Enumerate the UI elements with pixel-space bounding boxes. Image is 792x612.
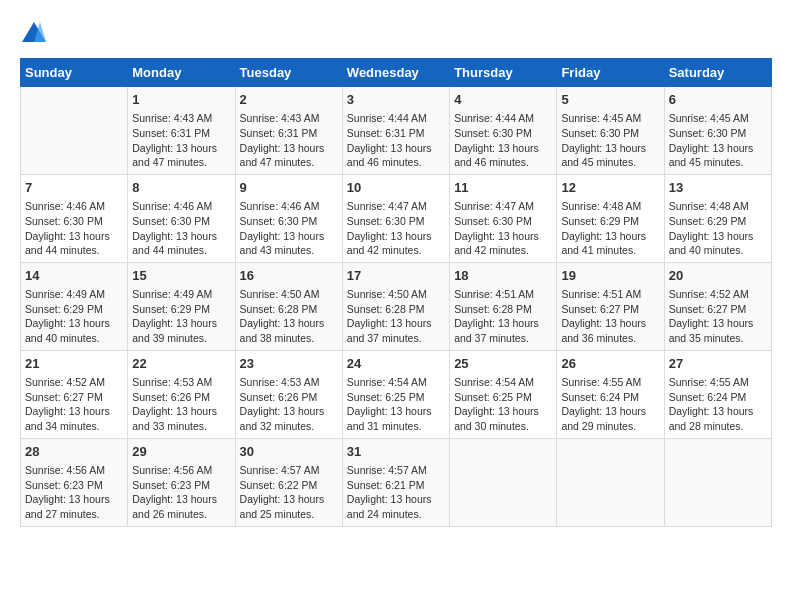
day-number: 9 xyxy=(240,179,338,197)
day-number: 12 xyxy=(561,179,659,197)
day-info: Sunrise: 4:43 AM Sunset: 6:31 PM Dayligh… xyxy=(132,111,230,170)
calendar-cell: 28Sunrise: 4:56 AM Sunset: 6:23 PM Dayli… xyxy=(21,438,128,526)
header-tuesday: Tuesday xyxy=(235,59,342,87)
day-number: 17 xyxy=(347,267,445,285)
day-info: Sunrise: 4:44 AM Sunset: 6:31 PM Dayligh… xyxy=(347,111,445,170)
week-row-1: 1Sunrise: 4:43 AM Sunset: 6:31 PM Daylig… xyxy=(21,87,772,175)
day-info: Sunrise: 4:52 AM Sunset: 6:27 PM Dayligh… xyxy=(25,375,123,434)
logo xyxy=(20,20,52,48)
calendar-cell: 23Sunrise: 4:53 AM Sunset: 6:26 PM Dayli… xyxy=(235,350,342,438)
day-number: 19 xyxy=(561,267,659,285)
calendar-cell: 5Sunrise: 4:45 AM Sunset: 6:30 PM Daylig… xyxy=(557,87,664,175)
calendar-cell: 29Sunrise: 4:56 AM Sunset: 6:23 PM Dayli… xyxy=(128,438,235,526)
week-row-4: 21Sunrise: 4:52 AM Sunset: 6:27 PM Dayli… xyxy=(21,350,772,438)
day-info: Sunrise: 4:48 AM Sunset: 6:29 PM Dayligh… xyxy=(669,199,767,258)
calendar-cell: 6Sunrise: 4:45 AM Sunset: 6:30 PM Daylig… xyxy=(664,87,771,175)
day-number: 16 xyxy=(240,267,338,285)
day-number: 2 xyxy=(240,91,338,109)
calendar-cell: 16Sunrise: 4:50 AM Sunset: 6:28 PM Dayli… xyxy=(235,262,342,350)
day-number: 14 xyxy=(25,267,123,285)
header-monday: Monday xyxy=(128,59,235,87)
calendar-cell: 25Sunrise: 4:54 AM Sunset: 6:25 PM Dayli… xyxy=(450,350,557,438)
header-saturday: Saturday xyxy=(664,59,771,87)
day-info: Sunrise: 4:45 AM Sunset: 6:30 PM Dayligh… xyxy=(669,111,767,170)
day-info: Sunrise: 4:43 AM Sunset: 6:31 PM Dayligh… xyxy=(240,111,338,170)
calendar-cell: 22Sunrise: 4:53 AM Sunset: 6:26 PM Dayli… xyxy=(128,350,235,438)
calendar-cell: 3Sunrise: 4:44 AM Sunset: 6:31 PM Daylig… xyxy=(342,87,449,175)
calendar-cell xyxy=(557,438,664,526)
calendar-cell: 8Sunrise: 4:46 AM Sunset: 6:30 PM Daylig… xyxy=(128,174,235,262)
calendar-cell: 20Sunrise: 4:52 AM Sunset: 6:27 PM Dayli… xyxy=(664,262,771,350)
day-number: 23 xyxy=(240,355,338,373)
day-info: Sunrise: 4:48 AM Sunset: 6:29 PM Dayligh… xyxy=(561,199,659,258)
day-number: 1 xyxy=(132,91,230,109)
header-thursday: Thursday xyxy=(450,59,557,87)
day-info: Sunrise: 4:44 AM Sunset: 6:30 PM Dayligh… xyxy=(454,111,552,170)
calendar-body: 1Sunrise: 4:43 AM Sunset: 6:31 PM Daylig… xyxy=(21,87,772,527)
calendar-cell: 7Sunrise: 4:46 AM Sunset: 6:30 PM Daylig… xyxy=(21,174,128,262)
calendar-cell: 17Sunrise: 4:50 AM Sunset: 6:28 PM Dayli… xyxy=(342,262,449,350)
day-number: 13 xyxy=(669,179,767,197)
week-row-5: 28Sunrise: 4:56 AM Sunset: 6:23 PM Dayli… xyxy=(21,438,772,526)
day-number: 4 xyxy=(454,91,552,109)
calendar-cell: 15Sunrise: 4:49 AM Sunset: 6:29 PM Dayli… xyxy=(128,262,235,350)
calendar-cell: 13Sunrise: 4:48 AM Sunset: 6:29 PM Dayli… xyxy=(664,174,771,262)
calendar-cell: 10Sunrise: 4:47 AM Sunset: 6:30 PM Dayli… xyxy=(342,174,449,262)
day-number: 15 xyxy=(132,267,230,285)
day-number: 10 xyxy=(347,179,445,197)
day-info: Sunrise: 4:49 AM Sunset: 6:29 PM Dayligh… xyxy=(25,287,123,346)
calendar-cell: 12Sunrise: 4:48 AM Sunset: 6:29 PM Dayli… xyxy=(557,174,664,262)
day-info: Sunrise: 4:56 AM Sunset: 6:23 PM Dayligh… xyxy=(132,463,230,522)
day-info: Sunrise: 4:46 AM Sunset: 6:30 PM Dayligh… xyxy=(240,199,338,258)
calendar-cell: 24Sunrise: 4:54 AM Sunset: 6:25 PM Dayli… xyxy=(342,350,449,438)
day-info: Sunrise: 4:54 AM Sunset: 6:25 PM Dayligh… xyxy=(347,375,445,434)
calendar-cell: 9Sunrise: 4:46 AM Sunset: 6:30 PM Daylig… xyxy=(235,174,342,262)
calendar-cell xyxy=(450,438,557,526)
day-info: Sunrise: 4:57 AM Sunset: 6:22 PM Dayligh… xyxy=(240,463,338,522)
day-number: 11 xyxy=(454,179,552,197)
day-number: 26 xyxy=(561,355,659,373)
day-info: Sunrise: 4:47 AM Sunset: 6:30 PM Dayligh… xyxy=(454,199,552,258)
calendar-cell: 27Sunrise: 4:55 AM Sunset: 6:24 PM Dayli… xyxy=(664,350,771,438)
day-number: 22 xyxy=(132,355,230,373)
day-info: Sunrise: 4:55 AM Sunset: 6:24 PM Dayligh… xyxy=(561,375,659,434)
week-row-3: 14Sunrise: 4:49 AM Sunset: 6:29 PM Dayli… xyxy=(21,262,772,350)
day-info: Sunrise: 4:45 AM Sunset: 6:30 PM Dayligh… xyxy=(561,111,659,170)
day-info: Sunrise: 4:49 AM Sunset: 6:29 PM Dayligh… xyxy=(132,287,230,346)
calendar-header: SundayMondayTuesdayWednesdayThursdayFrid… xyxy=(21,59,772,87)
day-number: 21 xyxy=(25,355,123,373)
week-row-2: 7Sunrise: 4:46 AM Sunset: 6:30 PM Daylig… xyxy=(21,174,772,262)
page-header xyxy=(20,20,772,48)
day-number: 31 xyxy=(347,443,445,461)
day-number: 5 xyxy=(561,91,659,109)
calendar-cell: 4Sunrise: 4:44 AM Sunset: 6:30 PM Daylig… xyxy=(450,87,557,175)
header-sunday: Sunday xyxy=(21,59,128,87)
calendar-cell: 26Sunrise: 4:55 AM Sunset: 6:24 PM Dayli… xyxy=(557,350,664,438)
day-info: Sunrise: 4:47 AM Sunset: 6:30 PM Dayligh… xyxy=(347,199,445,258)
day-info: Sunrise: 4:55 AM Sunset: 6:24 PM Dayligh… xyxy=(669,375,767,434)
calendar-table: SundayMondayTuesdayWednesdayThursdayFrid… xyxy=(20,58,772,527)
calendar-cell: 21Sunrise: 4:52 AM Sunset: 6:27 PM Dayli… xyxy=(21,350,128,438)
day-info: Sunrise: 4:50 AM Sunset: 6:28 PM Dayligh… xyxy=(240,287,338,346)
day-info: Sunrise: 4:46 AM Sunset: 6:30 PM Dayligh… xyxy=(25,199,123,258)
day-number: 29 xyxy=(132,443,230,461)
header-wednesday: Wednesday xyxy=(342,59,449,87)
calendar-cell: 11Sunrise: 4:47 AM Sunset: 6:30 PM Dayli… xyxy=(450,174,557,262)
day-number: 25 xyxy=(454,355,552,373)
day-number: 6 xyxy=(669,91,767,109)
header-row: SundayMondayTuesdayWednesdayThursdayFrid… xyxy=(21,59,772,87)
day-info: Sunrise: 4:50 AM Sunset: 6:28 PM Dayligh… xyxy=(347,287,445,346)
day-number: 27 xyxy=(669,355,767,373)
day-info: Sunrise: 4:46 AM Sunset: 6:30 PM Dayligh… xyxy=(132,199,230,258)
day-number: 24 xyxy=(347,355,445,373)
day-number: 3 xyxy=(347,91,445,109)
calendar-cell: 2Sunrise: 4:43 AM Sunset: 6:31 PM Daylig… xyxy=(235,87,342,175)
day-info: Sunrise: 4:53 AM Sunset: 6:26 PM Dayligh… xyxy=(132,375,230,434)
calendar-cell: 19Sunrise: 4:51 AM Sunset: 6:27 PM Dayli… xyxy=(557,262,664,350)
day-info: Sunrise: 4:53 AM Sunset: 6:26 PM Dayligh… xyxy=(240,375,338,434)
day-number: 28 xyxy=(25,443,123,461)
day-info: Sunrise: 4:57 AM Sunset: 6:21 PM Dayligh… xyxy=(347,463,445,522)
header-friday: Friday xyxy=(557,59,664,87)
calendar-cell xyxy=(21,87,128,175)
day-number: 20 xyxy=(669,267,767,285)
